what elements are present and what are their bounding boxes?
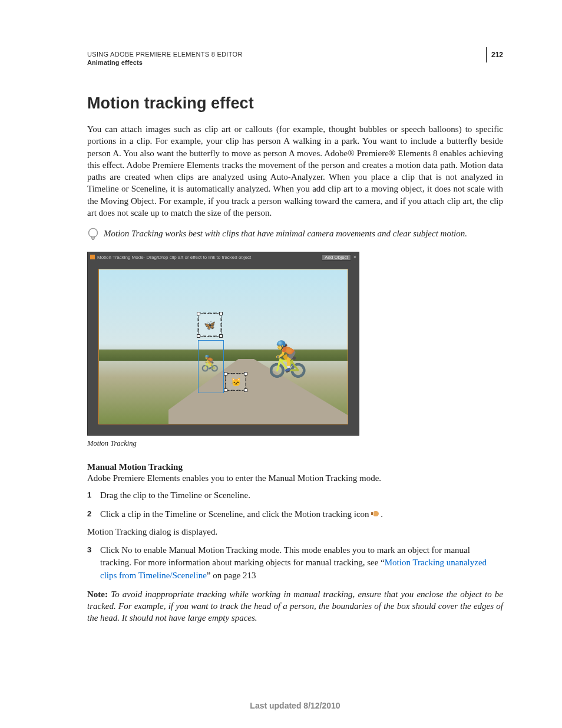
- svg-point-0: [89, 229, 98, 238]
- header-subtitle: Animating effects: [87, 59, 480, 66]
- intro-line: Adobe Premiere Elements enables you to e…: [87, 473, 503, 483]
- step-2-text-b: .: [381, 509, 383, 519]
- page-header: USING ADOBE PREMIERE ELEMENTS 8 EDITOR A…: [87, 51, 503, 66]
- page-number-wrap: 212: [480, 51, 503, 62]
- steps-list-cont: Click No to enable Manual Motion Trackin…: [87, 544, 503, 582]
- header-title: USING ADOBE PREMIERE ELEMENTS 8 EDITOR: [87, 51, 480, 58]
- figure-titlebar: Motion Tracking Mode - Drag/Drop clip ar…: [88, 252, 359, 262]
- step-2-text-a: Click a clip in the Timeline or Scenelin…: [100, 509, 371, 519]
- close-icon[interactable]: ×: [353, 254, 356, 260]
- motion-tracking-icon: [371, 510, 381, 518]
- step-3: Click No to enable Manual Motion Trackin…: [87, 544, 503, 582]
- document-page: USING ADOBE PREMIERE ELEMENTS 8 EDITOR A…: [0, 0, 562, 728]
- between-text: Motion Tracking dialog is displayed.: [87, 527, 503, 537]
- page-number: 212: [491, 51, 503, 62]
- add-object-button[interactable]: Add Object: [322, 254, 351, 261]
- subheading: Manual Motion Tracking: [87, 462, 503, 472]
- titlebar-label: Motion Tracking Mode: [97, 255, 144, 260]
- titlebar-hint: - Drag/Drop clip art or effect to link t…: [144, 255, 252, 260]
- note-label: Note:: [87, 589, 108, 599]
- tracking-box-butterfly[interactable]: [198, 313, 222, 337]
- cyclist-big: 🚴: [266, 339, 309, 379]
- figure-frame: Motion Tracking Mode - Drag/Drop clip ar…: [87, 252, 359, 436]
- figure-caption: Motion Tracking: [87, 439, 503, 448]
- video-preview: 🚴 🚴: [98, 269, 348, 424]
- step-1-text: Drag the clip to the Timeline or Sceneli…: [100, 490, 250, 500]
- note-text: To avoid inappropriate tracking while wo…: [87, 589, 503, 623]
- header-text: USING ADOBE PREMIERE ELEMENTS 8 EDITOR A…: [87, 51, 480, 66]
- page-title: Motion tracking effect: [87, 94, 503, 113]
- step-3-text-b: ” on page 213: [207, 571, 256, 580]
- tip-block: Motion Tracking works best with clips th…: [87, 227, 503, 242]
- note-block: Note: To avoid inappropriate tracking wh…: [87, 588, 503, 624]
- lightbulb-icon: [87, 227, 101, 242]
- header-rule: [486, 47, 487, 62]
- app-icon: [90, 255, 95, 259]
- steps-list: Drag the clip to the Timeline or Sceneli…: [87, 489, 503, 521]
- body-paragraph: You can attach images such as clip art o…: [87, 123, 503, 219]
- step-2: Click a clip in the Timeline or Scenelin…: [87, 508, 503, 521]
- tracking-box-person[interactable]: [198, 340, 224, 393]
- scenery-path: [168, 359, 348, 424]
- footer-updated: Last updated 8/12/2010: [87, 701, 503, 710]
- step-1: Drag the clip to the Timeline or Sceneli…: [87, 489, 503, 502]
- tip-text: Motion Tracking works best with clips th…: [104, 227, 467, 242]
- figure: Motion Tracking Mode - Drag/Drop clip ar…: [87, 252, 359, 436]
- tracking-box-clipart[interactable]: [225, 373, 246, 391]
